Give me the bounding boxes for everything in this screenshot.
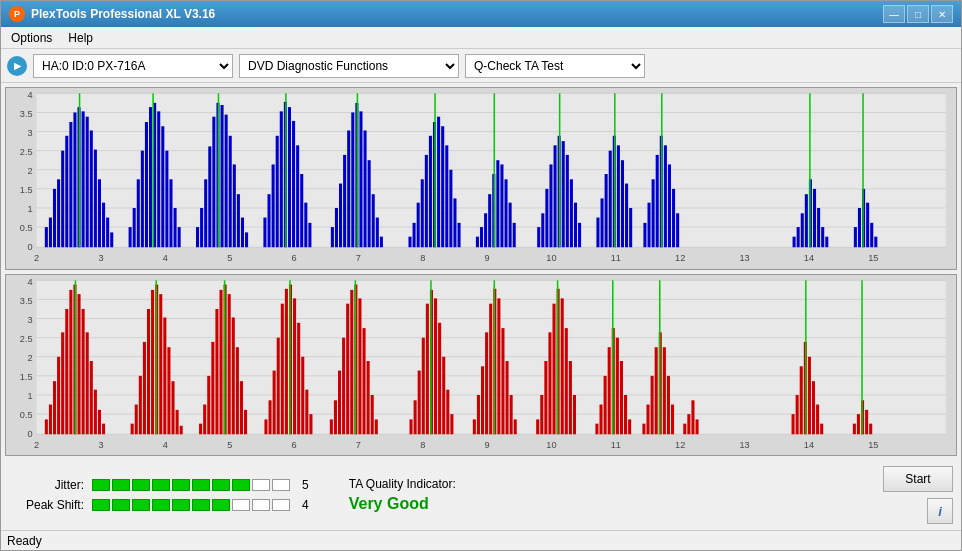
menu-options[interactable]: Options	[5, 29, 58, 47]
svg-text:3: 3	[27, 128, 32, 138]
svg-rect-52	[133, 208, 136, 247]
svg-rect-332	[655, 347, 658, 434]
svg-rect-34	[45, 227, 48, 247]
svg-rect-132	[537, 227, 540, 247]
svg-rect-136	[554, 145, 557, 247]
svg-rect-164	[793, 237, 796, 248]
svg-rect-135	[549, 164, 552, 247]
svg-rect-49	[106, 218, 109, 248]
status-bar: Ready	[1, 530, 961, 550]
svg-rect-262	[281, 303, 284, 434]
svg-rect-275	[346, 303, 349, 434]
bottom-chart: 4 3.5 3 2.5 2 1.5 1 0.5 0 2 3 4 5 6 7 8 …	[5, 274, 957, 457]
svg-rect-46	[94, 150, 97, 248]
svg-text:0: 0	[27, 242, 32, 252]
svg-rect-179	[874, 237, 877, 248]
svg-rect-45	[90, 130, 93, 247]
svg-rect-316	[569, 361, 572, 434]
svg-rect-305	[510, 394, 513, 433]
close-button[interactable]: ✕	[931, 5, 953, 23]
svg-rect-218	[57, 356, 60, 434]
svg-rect-145	[601, 198, 604, 247]
svg-rect-64	[196, 227, 199, 247]
svg-rect-330	[646, 404, 649, 434]
svg-text:3: 3	[98, 439, 103, 449]
svg-rect-178	[870, 223, 873, 247]
maximize-button[interactable]: □	[907, 5, 929, 23]
svg-rect-304	[506, 361, 509, 434]
info-button[interactable]: i	[927, 498, 953, 524]
svg-rect-94	[335, 208, 338, 247]
svg-rect-223	[78, 294, 81, 434]
svg-rect-334	[663, 347, 666, 434]
device-select[interactable]: HA:0 ID:0 PX-716A	[33, 54, 233, 78]
svg-text:15: 15	[868, 439, 878, 449]
svg-rect-317	[573, 394, 576, 433]
svg-rect-121	[476, 237, 479, 248]
svg-rect-128	[504, 179, 507, 247]
svg-rect-159	[664, 145, 667, 247]
svg-rect-50	[110, 232, 113, 247]
start-button[interactable]: Start	[883, 466, 953, 492]
svg-rect-160	[668, 164, 671, 247]
svg-rect-335	[667, 375, 670, 433]
test-select[interactable]: Q-Check TA Test	[465, 54, 645, 78]
svg-rect-116	[445, 145, 448, 247]
svg-text:3.5: 3.5	[20, 295, 33, 305]
svg-rect-256	[244, 409, 247, 433]
minimize-button[interactable]: —	[883, 5, 905, 23]
svg-rect-232	[135, 404, 138, 434]
svg-rect-266	[297, 322, 300, 433]
svg-rect-119	[458, 223, 461, 247]
svg-text:13: 13	[739, 439, 749, 449]
function-select[interactable]: DVD Diagnostic Functions	[239, 54, 459, 78]
svg-text:1: 1	[27, 391, 32, 401]
svg-rect-325	[620, 361, 623, 434]
svg-rect-88	[308, 223, 311, 247]
svg-rect-326	[624, 394, 627, 433]
svg-rect-61	[169, 179, 172, 247]
svg-rect-142	[578, 223, 581, 247]
svg-rect-221	[69, 289, 72, 433]
title-buttons: — □ ✕	[883, 5, 953, 23]
svg-rect-246	[203, 404, 206, 434]
svg-rect-60	[165, 151, 168, 248]
svg-rect-65	[200, 208, 203, 247]
svg-rect-215	[45, 419, 48, 434]
svg-rect-70	[221, 105, 224, 247]
svg-rect-71	[225, 115, 228, 248]
toolbar: ▶ HA:0 ID:0 PX-716A DVD Diagnostic Funct…	[1, 49, 961, 83]
svg-text:2: 2	[27, 166, 32, 176]
menu-help[interactable]: Help	[62, 29, 99, 47]
peak-shift-bar-6	[192, 499, 210, 511]
svg-rect-241	[171, 381, 174, 434]
svg-rect-79	[272, 164, 275, 247]
svg-rect-322	[608, 347, 611, 434]
svg-rect-39	[65, 136, 68, 247]
svg-rect-141	[574, 203, 577, 248]
svg-rect-150	[621, 160, 624, 247]
svg-text:4: 4	[27, 89, 32, 99]
svg-rect-302	[497, 298, 500, 434]
peak-shift-bar-7	[212, 499, 230, 511]
svg-text:4: 4	[163, 253, 168, 263]
svg-rect-299	[485, 332, 488, 434]
svg-rect-155	[648, 203, 651, 248]
peak-shift-row: Peak Shift: 4	[9, 498, 309, 512]
svg-rect-258	[264, 419, 267, 434]
top-chart: 4 3.5 3 2.5 2 1.5 1 0.5 0 2 3 4 5 6 7 8 …	[5, 87, 957, 270]
svg-rect-68	[212, 117, 215, 248]
svg-rect-43	[82, 111, 85, 247]
svg-text:9: 9	[485, 439, 490, 449]
svg-rect-174	[854, 227, 857, 247]
svg-text:1.5: 1.5	[20, 185, 33, 195]
svg-rect-98	[351, 112, 354, 247]
svg-rect-110	[421, 179, 424, 247]
svg-rect-287	[422, 337, 425, 434]
svg-rect-85	[296, 145, 299, 247]
svg-rect-278	[358, 298, 361, 434]
svg-rect-220	[65, 308, 68, 433]
svg-rect-175	[858, 208, 861, 247]
svg-rect-300	[489, 303, 492, 434]
svg-rect-48	[102, 203, 105, 248]
